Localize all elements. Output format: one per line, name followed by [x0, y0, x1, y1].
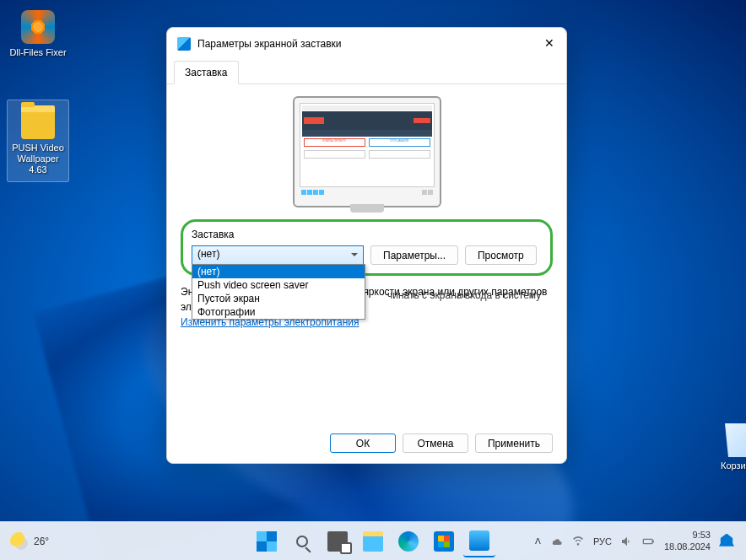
titlebar[interactable]: Параметры экранной заставки ✕: [167, 28, 566, 60]
search-button[interactable]: [286, 525, 318, 557]
icon-label: PUSH Video Wallpaper 4.63: [9, 143, 67, 176]
ok-button[interactable]: ОК: [330, 433, 396, 453]
params-button[interactable]: Параметры...: [370, 245, 458, 265]
svg-rect-1: [653, 540, 654, 542]
dialog-buttons: ОК Отмена Применить: [330, 433, 553, 453]
taskbar-left: 26°: [0, 532, 49, 551]
language-indicator[interactable]: РУС: [593, 536, 612, 547]
search-icon: [296, 536, 308, 547]
volume-icon[interactable]: [620, 535, 634, 548]
battery-icon[interactable]: [642, 535, 656, 548]
apply-button[interactable]: Применить: [475, 433, 553, 453]
network-icon[interactable]: [571, 535, 585, 548]
section-label: Заставка: [192, 229, 542, 240]
weather-temp: 26°: [34, 536, 49, 547]
desktop-icon-push-video[interactable]: PUSH Video Wallpaper 4.63: [7, 100, 69, 182]
store-icon: [434, 531, 454, 552]
tab-screensaver[interactable]: Заставка: [174, 61, 239, 84]
option-none[interactable]: (нет): [192, 265, 365, 278]
windows-icon: [257, 531, 277, 552]
preview-button[interactable]: Просмотр: [465, 245, 537, 265]
screensaver-selection-group: Заставка (нет) Параметры... Просмотр (не…: [181, 219, 553, 276]
icon-label: Корзина: [707, 460, 746, 471]
onedrive-icon[interactable]: [549, 535, 563, 548]
login-screen-text: чинать с экрана входа в систему: [387, 289, 541, 301]
date: 18.08.2024: [664, 541, 711, 552]
option-photos[interactable]: Фотографии: [192, 305, 365, 319]
explorer-icon: [363, 531, 383, 552]
task-view-button[interactable]: [322, 525, 354, 557]
taskbar-center: [251, 525, 495, 557]
weather-icon: [10, 532, 29, 551]
monitor-screen: ПОМОЧЬ ПРОЕКТУСТОЛ ЗАКАЗОВ: [300, 103, 435, 187]
store-button[interactable]: [428, 525, 460, 557]
cancel-button[interactable]: Отмена: [403, 433, 468, 453]
folder-icon: [21, 105, 55, 139]
recycle-bin-icon: [722, 423, 746, 457]
dialog-content: ПОМОЧЬ ПРОЕКТУСТОЛ ЗАКАЗОВ Заставка (нет…: [167, 84, 566, 342]
window-title: Параметры экранной заставки: [197, 38, 543, 50]
window-icon: [177, 37, 191, 51]
time: 9:53: [664, 530, 711, 541]
desktop-icon-recycle-bin[interactable]: Корзина: [707, 423, 746, 471]
dll-fixer-icon: [21, 10, 55, 44]
screensaver-dialog: Параметры экранной заставки ✕ Заставка П…: [166, 27, 567, 464]
tab-strip: Заставка: [167, 60, 566, 84]
close-button[interactable]: ✕: [543, 37, 556, 51]
start-button[interactable]: [251, 525, 283, 557]
weather-widget[interactable]: 26°: [10, 532, 49, 551]
clock[interactable]: 9:53 18.08.2024: [664, 530, 711, 552]
screensaver-dropdown-list[interactable]: (нет) Push video screen saver Пустой экр…: [192, 264, 365, 320]
desktop-icon-dll-files-fixer[interactable]: Dll-Files Fixer: [7, 10, 69, 58]
svg-rect-0: [643, 539, 652, 543]
system-tray: ᐱ РУС 9:53 18.08.2024: [535, 530, 746, 552]
option-blank[interactable]: Пустой экран: [192, 292, 365, 305]
option-push-video[interactable]: Push video screen saver: [192, 278, 365, 292]
file-explorer-button[interactable]: [357, 525, 389, 557]
taskbar: 26° ᐱ РУС 9:53 18.08.2024: [0, 521, 746, 560]
monitor-preview-area: ПОМОЧЬ ПРОЕКТУСТОЛ ЗАКАЗОВ: [181, 96, 553, 207]
task-view-icon: [327, 531, 348, 552]
monitor-icon: [469, 530, 489, 551]
screensaver-combobox[interactable]: (нет): [192, 245, 364, 265]
screensaver-app-button[interactable]: [463, 525, 495, 557]
edge-icon: [398, 531, 419, 552]
icon-label: Dll-Files Fixer: [7, 47, 69, 58]
edge-button[interactable]: [392, 525, 424, 557]
tray-overflow-button[interactable]: ᐱ: [535, 536, 541, 546]
notification-button[interactable]: [719, 534, 734, 549]
monitor-preview: ПОМОЧЬ ПРОЕКТУСТОЛ ЗАКАЗОВ: [293, 96, 441, 207]
